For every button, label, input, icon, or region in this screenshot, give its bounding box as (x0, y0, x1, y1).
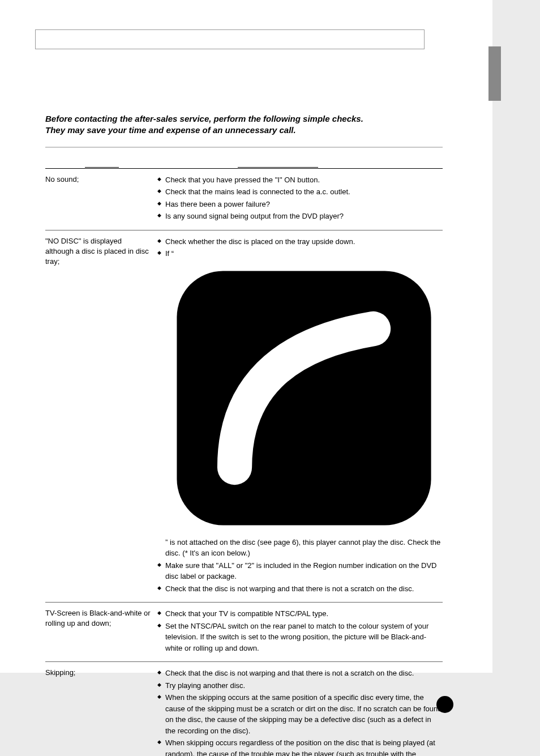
edge-tab (488, 46, 501, 101)
explanation-item: Check whether the disc is placed on the … (157, 236, 443, 247)
compact-disc-icon (165, 259, 443, 537)
explanation-cell: Check that the disc is not warping and t… (157, 668, 443, 756)
table-header-row: Problem Explanation/Solution (45, 156, 443, 167)
explanation-item: When the skipping occurs at the same pos… (157, 692, 443, 736)
explanation-item: Try playing another disc. (157, 680, 443, 691)
page-number-circle (436, 696, 453, 713)
explanation-item: When skipping occurs regardless of the p… (157, 737, 443, 756)
explanation-item: Check that your TV is compatible NTSC/PA… (157, 608, 443, 620)
table-row: No sound;Check that you have pressed the… (45, 169, 443, 230)
explanation-item: Check that the disc is not warping and t… (157, 668, 443, 679)
explanation-cell: Check that you have pressed the "I" ON b… (157, 174, 443, 223)
problem-cell: Skipping; (45, 668, 157, 756)
table-body: No sound;Check that you have pressed the… (45, 169, 443, 757)
explanation-item: Has there been a power failure? (157, 199, 443, 210)
separator-top (45, 147, 443, 148)
problem-cell: "NO DISC" is displayed although a disc i… (45, 236, 157, 596)
column-header-explanation: Explanation/Solution (238, 156, 443, 167)
content-area: Before contacting the after-sales servic… (45, 113, 443, 756)
page-background: Before contacting the after-sales servic… (0, 0, 501, 756)
explanation-item: Check that you have pressed the "I" ON b… (157, 174, 443, 186)
explanation-item: Make sure that "ALL" or "2" is included … (157, 560, 443, 582)
explanation-item: Check that the mains lead is connected t… (157, 186, 443, 198)
table-row: "NO DISC" is displayed although a disc i… (45, 230, 443, 603)
title-box (35, 29, 425, 49)
explanation-cell: Check that your TV is compatible NTSC/PA… (157, 608, 443, 655)
explanation-item: Is any sound signal being output from th… (157, 211, 443, 222)
explanation-item: Check that the disc is not warping and t… (157, 583, 443, 595)
problem-cell: No sound; (45, 174, 157, 223)
problem-cell: TV-Screen is Black-and-white or rolling … (45, 608, 157, 655)
table-row: TV-Screen is Black-and-white or rolling … (45, 603, 443, 662)
intro-text: Before contacting the after-sales servic… (45, 113, 443, 136)
table-row: Skipping;Check that the disc is not warp… (45, 662, 443, 756)
svg-rect-0 (177, 271, 431, 525)
column-header-problem: Problem (45, 156, 238, 167)
intro-line-2: They may save your time and expense of a… (45, 125, 296, 135)
explanation-item: If “ ” is not attached on the disc (see … (157, 248, 443, 559)
explanation-item: Set the NTSC/PAL switch on the rear pane… (157, 621, 443, 654)
explanation-cell: Check whether the disc is placed on the … (157, 236, 443, 596)
intro-line-1: Before contacting the after-sales servic… (45, 114, 363, 123)
